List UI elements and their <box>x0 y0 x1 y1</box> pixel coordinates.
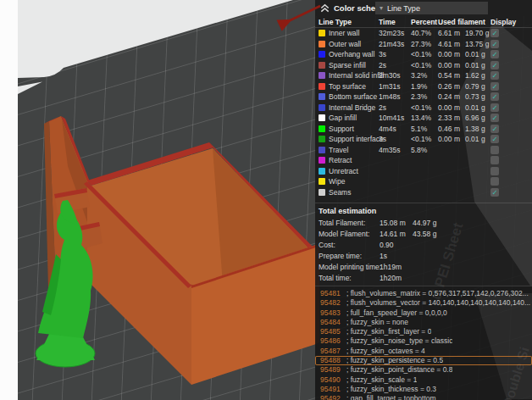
gcode-line[interactable]: 95490 ; fuzzy_skin_scale = 1 <box>315 375 532 385</box>
line-type-label: Unretract <box>329 167 379 175</box>
gcode-line-number: 95489 <box>320 365 343 375</box>
gcode-viewer[interactable]: 95481 ; flush_volumes_matrix = 0,576,317… <box>315 286 532 400</box>
line-type-label: Bottom surface <box>329 92 379 101</box>
display-checkbox[interactable]: ✓ <box>490 103 499 112</box>
line-type-color-swatch <box>319 51 325 58</box>
line-type-weight: 1.38 g <box>465 125 490 133</box>
line-type-length: 4.61 m <box>438 40 465 48</box>
header-used-filament: Used filament <box>438 18 490 26</box>
line-type-label: Seams <box>329 188 379 197</box>
line-type-label: Support interface <box>329 135 379 143</box>
line-type-percent: 3.2% <box>411 71 438 80</box>
line-type-label: Internal solid infill <box>329 71 379 80</box>
display-checkbox[interactable]: ✓ <box>490 40 499 48</box>
display-checkbox[interactable]: ✓ <box>490 188 499 197</box>
view-mode-dropdown[interactable]: ▾ Line Type <box>375 2 488 14</box>
display-checkbox[interactable]: ✓ <box>490 29 499 37</box>
line-type-weight: 0.01 g <box>465 103 490 112</box>
line-type-row: Gap infill 10m41s 13.4% 2.33 m 6.96 g ✓ <box>315 113 532 124</box>
display-checkbox[interactable]: ✓ <box>490 135 499 143</box>
display-checkbox[interactable] <box>490 167 499 175</box>
line-type-row: Unretract <box>315 166 532 177</box>
line-type-weight: 6.96 g <box>465 114 490 122</box>
color-scheme-panel: Color scheme ▾ Line Type Line Type Time … <box>315 0 532 286</box>
line-type-color-swatch <box>319 93 325 100</box>
gcode-line-number: 95481 <box>320 289 343 298</box>
line-type-percent: 5.1% <box>411 125 438 133</box>
line-type-weight: 0.73 g <box>465 92 490 101</box>
line-type-color-swatch <box>319 62 325 69</box>
display-checkbox[interactable] <box>490 177 499 186</box>
line-type-time: 3s <box>379 135 411 143</box>
line-type-color-swatch <box>319 189 325 196</box>
total-value-1: 15.08 m <box>380 219 413 227</box>
display-checkbox[interactable] <box>490 156 499 164</box>
total-value-1: 0.90 <box>380 241 413 249</box>
line-type-color-swatch <box>319 125 325 132</box>
collapse-panel-icon[interactable] <box>319 3 330 14</box>
line-type-weight: 0.01 g <box>465 61 490 69</box>
header-time: Time <box>379 18 411 26</box>
total-value-1: 1s <box>380 252 413 260</box>
display-checkbox[interactable] <box>490 146 499 154</box>
line-type-row: Overhang wall 3s <0.1% 0.00 m 0.01 g ✓ <box>315 49 532 60</box>
gcode-line-text: ; fuzzy_skin_noise_type = classic <box>346 336 452 346</box>
display-checkbox[interactable]: ✓ <box>490 114 499 122</box>
line-type-weight: 0.01 g <box>465 135 490 143</box>
line-type-percent: 13.4% <box>411 114 438 122</box>
total-value-2: 43.58 g <box>413 230 529 238</box>
line-type-weight: 0.01 g <box>465 50 490 58</box>
gcode-line[interactable]: 95492 ; gap_fill_target = topbottom <box>315 394 532 400</box>
gcode-line[interactable]: 95489 ; fuzzy_skin_point_distance = 0.8 <box>315 365 532 375</box>
line-type-length: 0.46 m <box>438 125 465 133</box>
line-type-label: Internal Bridge <box>329 103 379 112</box>
gcode-line-number: 95488 <box>320 356 343 365</box>
gcode-line-text: ; fuzzy_skin_scale = 1 <box>346 375 417 385</box>
line-type-label: Top surface <box>329 82 379 91</box>
gcode-line[interactable]: 95486 ; fuzzy_skin_noise_type = classic <box>315 336 532 346</box>
display-checkbox[interactable]: ✓ <box>490 61 499 69</box>
line-type-table: Inner wall 32m23s 40.7% 6.61 m 19.70 g ✓… <box>315 28 532 197</box>
gcode-line-text: ; fuzzy_skin_octaves = 4 <box>346 347 425 356</box>
line-type-label: Sparse infill <box>329 61 379 69</box>
gcode-line-text: ; full_fan_speed_layer = 0,0,0,0 <box>346 308 447 318</box>
line-type-label: Outer wall <box>329 40 379 48</box>
gcode-line[interactable]: 95484 ; fuzzy_skin = none <box>315 318 532 327</box>
line-type-row: Internal Bridge 2s <0.1% 0.00 m 0.01 g ✓ <box>315 103 532 114</box>
total-label: Model printing time: <box>319 263 380 271</box>
gcode-line-text: ; fuzzy_skin_persistence = 0.5 <box>346 356 443 365</box>
gcode-line-number: 95482 <box>320 298 343 308</box>
line-type-time: 21m43s <box>379 40 411 48</box>
line-type-time: 1m48s <box>379 92 411 101</box>
gcode-line[interactable]: 95481 ; flush_volumes_matrix = 0,576,317… <box>315 289 532 298</box>
line-type-percent: 2.3% <box>411 92 438 101</box>
total-value-2: 44.97 g <box>413 219 529 227</box>
gcode-line[interactable]: 95482 ; flush_volumes_vector = 140,140,1… <box>315 298 532 308</box>
display-checkbox[interactable]: ✓ <box>490 50 499 58</box>
total-estimation-row: Total time: 1h20m <box>319 272 529 283</box>
header-line-type: Line Type <box>319 18 379 26</box>
line-type-percent: <0.1% <box>411 61 438 69</box>
gcode-line[interactable]: 95487 ; fuzzy_skin_octaves = 4 <box>315 347 532 356</box>
line-type-percent: <0.1% <box>411 103 438 112</box>
gcode-line[interactable]: 95488 ; fuzzy_skin_persistence = 0.5 <box>315 356 532 365</box>
display-checkbox[interactable]: ✓ <box>490 82 499 91</box>
line-type-row: Sparse infill 2s <0.1% 0.00 m 0.01 g ✓ <box>315 60 532 71</box>
gcode-line-text: ; fuzzy_skin_first_layer = 0 <box>346 327 431 336</box>
line-type-label: Inner wall <box>329 29 379 37</box>
gcode-line[interactable]: 95491 ; fuzzy_skin_thickness = 0.3 <box>315 385 532 394</box>
header-percent: Percent <box>411 18 438 26</box>
total-label: Total time: <box>319 274 380 282</box>
total-estimation-row: Model printing time: 1h19m <box>319 261 529 272</box>
gcode-line-text: ; flush_volumes_matrix = 0,576,317,517,1… <box>346 289 529 298</box>
display-checkbox[interactable]: ✓ <box>490 92 499 101</box>
line-type-color-swatch <box>319 72 325 79</box>
gcode-line[interactable]: 95483 ; full_fan_speed_layer = 0,0,0,0 <box>315 308 532 318</box>
gcode-line[interactable]: 95485 ; fuzzy_skin_first_layer = 0 <box>315 327 532 336</box>
line-type-length: 0.00 m <box>438 135 465 143</box>
total-label: Total Filament: <box>319 219 380 227</box>
display-checkbox[interactable]: ✓ <box>490 71 499 80</box>
line-type-length: 0.24 m <box>438 92 465 101</box>
line-type-length: 0.26 m <box>438 82 465 91</box>
display-checkbox[interactable]: ✓ <box>490 125 499 133</box>
